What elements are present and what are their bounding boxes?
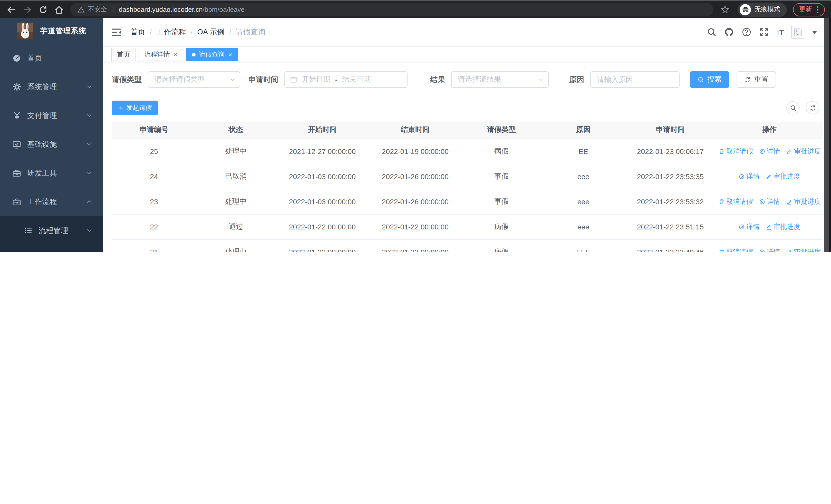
action-cancel-leave[interactable]: 取消请假	[719, 247, 753, 252]
user-avatar[interactable]	[792, 26, 804, 38]
action-approval-progress[interactable]: 审批进度	[766, 172, 800, 181]
bookmark-star-icon[interactable]	[721, 5, 729, 14]
sidebar-item-infra[interactable]: 基础设施	[0, 130, 103, 158]
close-tab-icon[interactable]: ×	[173, 51, 177, 58]
browser-forward-icon[interactable]	[23, 5, 32, 14]
sidebar-item-label: 流程管理	[38, 226, 86, 235]
tab-process-detail[interactable]: 流程详情×	[139, 48, 183, 61]
action-view-detail[interactable]: 详情	[759, 197, 780, 206]
browser-back-icon[interactable]	[7, 5, 16, 14]
cell-end-time: 2022-01-26 00:00:00	[369, 189, 461, 214]
reason-label: 原因	[569, 75, 584, 84]
search-icon[interactable]	[707, 27, 717, 37]
table-row: 25处理中2021-12-27 00:00:002022-01-19 00:00…	[112, 139, 823, 164]
close-tab-icon[interactable]: ×	[228, 51, 232, 58]
not-secure-warning-icon	[78, 6, 85, 13]
action-approval-progress[interactable]: 审批进度	[766, 222, 800, 231]
view-icon	[759, 148, 765, 154]
sidebar-item-workflow[interactable]: 工作流程	[0, 187, 103, 216]
create-leave-button[interactable]: 发起请假	[112, 100, 158, 115]
show-search-toggle-button[interactable]	[786, 101, 800, 114]
sidebar-item-payment[interactable]: 支付管理	[0, 101, 103, 130]
action-cancel-leave[interactable]: 取消请假	[719, 147, 753, 156]
sidebar-item-home[interactable]: 首页	[0, 43, 103, 72]
sidebar-item-process-mgmt[interactable]: 流程管理	[0, 216, 103, 245]
search-button[interactable]: 搜索	[690, 71, 729, 88]
view-icon	[759, 249, 765, 252]
address-bar[interactable]: 不安全 dashboard.yudao.iocoder.cn/bpm/oa/le…	[70, 3, 713, 16]
avatar-caret-icon[interactable]	[812, 31, 817, 34]
table-body: 25处理中2021-12-27 00:00:002022-01-19 00:00…	[112, 139, 823, 252]
breadcrumb-item[interactable]: 工作流程	[156, 27, 186, 37]
browser-home-icon[interactable]	[54, 5, 64, 14]
sidebar-item-label: 工作流程	[27, 197, 86, 207]
cell-apply-id: 21	[112, 239, 196, 252]
reason-input[interactable]	[597, 76, 673, 84]
action-cancel-leave[interactable]: 取消请假	[719, 197, 753, 206]
fullscreen-icon[interactable]	[759, 27, 769, 37]
sidebar-logo[interactable]: 芋道管理系统	[0, 18, 103, 43]
breadcrumb-item[interactable]: OA 示例	[197, 27, 225, 37]
cell-apply-time: 2022-01-22 23:51:15	[625, 214, 716, 239]
sidebar-item-system[interactable]: 系统管理	[0, 72, 103, 101]
action-approval-progress[interactable]: 审批进度	[786, 247, 821, 252]
monitor-icon	[12, 140, 21, 149]
cell-apply-time: 2022-01-22 23:49:46	[625, 239, 716, 252]
table-header: 申请编号状态开始时间结束时间请假类型原因申请时间操作	[112, 122, 823, 139]
breadcrumb: 首页/工作流程/OA 示例/请假查询	[131, 27, 265, 37]
breadcrumb-item[interactable]: 首页	[131, 27, 145, 37]
sidebar-item-task-mgmt[interactable]: 任务管理	[0, 245, 103, 252]
chevron-down-icon	[86, 112, 92, 119]
browser-reload-icon[interactable]	[38, 5, 48, 14]
breadcrumb-separator: /	[150, 28, 152, 36]
page-scrollbar[interactable]	[824, 18, 831, 252]
url-path: /bpm/oa/leave	[203, 6, 245, 13]
tab-home[interactable]: 首页	[111, 48, 136, 61]
chevron-down-icon	[86, 84, 92, 90]
list-icon	[24, 226, 32, 235]
chevron-down-icon	[86, 141, 92, 147]
cell-reason: eee	[542, 189, 625, 214]
action-approval-progress[interactable]: 审批进度	[786, 197, 821, 206]
tab-leave-query[interactable]: 请假查询×	[186, 48, 238, 61]
sidebar: 芋道管理系统 首页系统管理支付管理基础设施研发工具工作流程流程管理任务管理我的流…	[0, 18, 103, 252]
action-approval-progress[interactable]: 审批进度	[786, 147, 821, 156]
font-size-icon[interactable]: TT	[777, 28, 784, 36]
action-view-detail[interactable]: 详情	[739, 222, 760, 231]
collapse-sidebar-icon[interactable]	[111, 27, 122, 37]
leave-type-select[interactable]: 请选择请假类型	[148, 71, 240, 88]
sidebar-item-dev-tools[interactable]: 研发工具	[0, 158, 103, 187]
result-select[interactable]: 请选择流结果	[451, 71, 549, 88]
browser-menu-icon[interactable]	[816, 5, 819, 13]
apply-time-range-picker[interactable]: 开始日期 - 结束日期	[284, 71, 407, 88]
reason-field	[590, 71, 680, 88]
pen-icon	[786, 198, 793, 205]
cell-start-time: 2022-01-03 00:00:00	[276, 164, 369, 189]
active-tab-dot	[192, 53, 195, 56]
cell-end-time: 2022-01-19 00:00:00	[369, 139, 461, 164]
top-header: 首页/工作流程/OA 示例/请假查询 TT	[103, 18, 824, 47]
breadcrumb-separator: /	[229, 28, 231, 36]
pen-icon	[786, 249, 793, 252]
security-label: 不安全	[88, 5, 107, 14]
github-icon[interactable]	[724, 27, 734, 37]
cell-leave-type: 病假	[461, 239, 542, 252]
breadcrumb-separator: /	[191, 28, 193, 36]
chevron-down-icon	[229, 77, 236, 83]
reset-button[interactable]: 重置	[737, 71, 776, 88]
refresh-table-button[interactable]	[806, 101, 819, 114]
filter-form: 请假类型 请选择请假类型 申请时间 开始日期 - 结束日期 结果	[112, 71, 824, 88]
table-tools	[786, 101, 819, 114]
apply-time-label: 申请时间	[249, 75, 278, 84]
cell-leave-type: 事假	[461, 189, 542, 214]
cell-apply-id: 24	[112, 164, 196, 189]
action-view-detail[interactable]: 详情	[759, 147, 780, 156]
cell-apply-id: 25	[112, 139, 196, 164]
action-view-detail[interactable]: 详情	[739, 172, 760, 181]
help-icon[interactable]	[742, 27, 751, 37]
cell-actions: 取消请假详情审批进度	[716, 239, 823, 252]
column-header: 状态	[196, 122, 276, 139]
tab-label: 请假查询	[199, 50, 225, 59]
action-view-detail[interactable]: 详情	[759, 247, 780, 252]
browser-update-button[interactable]: 更新	[793, 3, 825, 16]
